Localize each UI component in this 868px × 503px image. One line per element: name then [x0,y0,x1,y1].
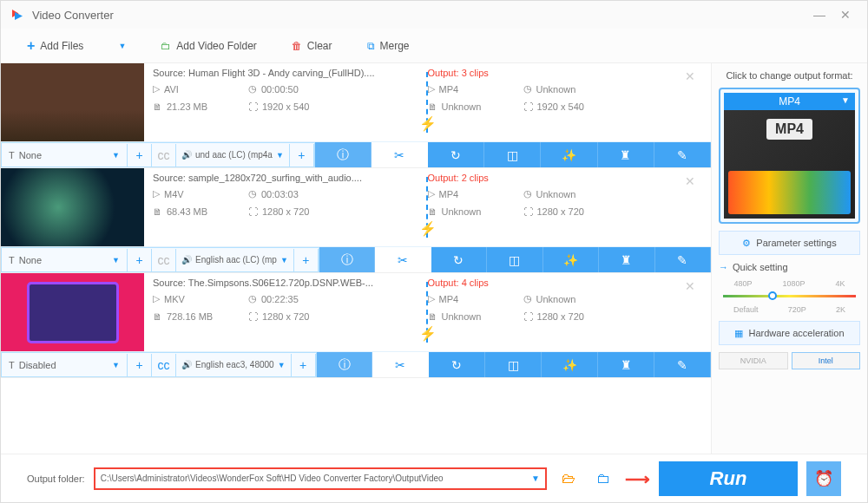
add-files-dropdown-icon[interactable]: ▼ [118,42,126,50]
crop-button[interactable]: ◫ [485,352,542,377]
clear-button[interactable]: 🗑Clear [292,40,332,52]
dimensions-icon: ⛶ [248,101,258,112]
subtitle-select[interactable]: TDisabled▼ [2,354,128,376]
effects-button[interactable]: ✨ [542,352,598,377]
sidebar-title: Click to change output format: [719,70,860,81]
item-toolbar: TNone▼ + cc 🔊English aac (LC) (mp▼ + ⓘ ✂… [1,246,711,272]
source-filename: Source: sample_1280x720_surfing_with_aud… [153,173,428,183]
remove-item-button[interactable]: ✕ [685,69,695,83]
rotate-button[interactable]: ↻ [428,142,484,167]
slider-bottom-labels: Default720P2K [719,305,860,314]
app-title: Video Converter [32,9,806,22]
add-audio-button[interactable]: + [292,354,316,376]
video-thumbnail[interactable] [1,168,144,246]
clock-icon: ⏰ [814,469,833,488]
plus-icon: + [135,148,142,162]
clock-icon: ◷ [523,83,532,95]
watermark-button[interactable]: ♜ [599,247,654,272]
edit-button[interactable]: ✎ [655,247,711,272]
output-format-selector[interactable]: MP4▼ MP4 [719,88,860,224]
video-thumbnail[interactable] [1,63,144,141]
source-filename: Source: Human Flight 3D - Andy carving_(… [153,68,428,78]
hardware-accel-button[interactable]: ▦Hardware acceleration [719,321,860,345]
quality-slider[interactable]: 480P1080P4K Default720P2K [719,279,860,314]
hw-vendor-row: NVIDIA Intel [719,352,860,369]
info-button[interactable]: ⓘ [319,247,375,272]
effects-button[interactable]: ✨ [543,247,599,272]
add-folder-button[interactable]: 🗀Add Video Folder [161,40,257,52]
open-folder-button[interactable]: 🗀 [590,467,616,490]
run-button[interactable]: Run [659,461,798,496]
chevron-down-icon: ▼ [112,361,120,369]
remove-item-button[interactable]: ✕ [685,174,695,188]
edit-button[interactable]: ✎ [654,352,711,377]
audio-track-select[interactable]: 🔊English eac3, 48000▼ [176,354,292,376]
info-button[interactable]: ⓘ [315,142,372,167]
plus-icon: + [302,253,309,267]
rotate-button[interactable]: ↻ [429,352,485,377]
source-format: ▷AVI [153,83,248,95]
output-resolution: ⛶1280 x 720 [523,311,619,322]
folder-open-icon: 🗁 [562,471,575,487]
audio-track-select[interactable]: 🔊English aac (LC) (mp▼ [176,249,294,271]
sidebar: Click to change output format: MP4▼ MP4 … [711,63,867,454]
remove-item-button[interactable]: ✕ [685,279,695,293]
nvidia-chip[interactable]: NVIDIA [719,352,788,369]
output-folder-path[interactable]: C:\Users\Administrator\Videos\WonderFox … [94,467,547,490]
video-thumbnail[interactable] [1,273,144,351]
cc-button[interactable]: cc [152,144,176,167]
scissors-icon: ✂ [398,253,408,267]
add-subtitle-button[interactable]: + [128,249,152,271]
cut-button[interactable]: ✂ [372,142,428,167]
watermark-button[interactable]: ♜ [598,352,654,377]
file-icon: 🗎 [153,101,162,112]
merge-button[interactable]: ⧉Merge [367,40,410,52]
speaker-icon: 🔊 [181,150,192,160]
parameter-settings-button[interactable]: ⚙Parameter settings [719,231,860,255]
add-subtitle-button[interactable]: + [128,144,152,167]
close-button[interactable]: ✕ [832,6,858,23]
add-audio-button[interactable]: + [290,144,314,167]
audio-track-select[interactable]: 🔊und aac (LC) (mp4a▼ [176,144,290,167]
watermark-button[interactable]: ♜ [598,142,654,167]
main-toolbar: +Add Files ▼ 🗀Add Video Folder 🗑Clear ⧉M… [1,29,867,63]
chevron-down-icon: ▼ [276,151,284,160]
info-button[interactable]: ⓘ [317,352,373,377]
plus-icon: + [299,358,306,372]
add-subtitle-button[interactable]: + [128,354,152,376]
cut-button[interactable]: ✂ [372,352,429,377]
file-list: Source: Human Flight 3D - Andy carving_(… [1,63,711,454]
source-resolution: ⛶1920 x 540 [248,101,344,112]
dimensions-icon: ⛶ [523,206,533,217]
subtitle-select[interactable]: TNone▼ [2,249,128,271]
video-item: Source: Human Flight 3D - Andy carving_(… [1,63,711,168]
titlebar: Video Converter — ✕ [1,1,867,29]
slider-handle[interactable] [768,291,777,300]
output-size: 🗎Unknown [428,311,523,322]
intel-chip[interactable]: Intel [792,352,861,369]
crop-button[interactable]: ◫ [484,142,541,167]
app-window: Video Converter — ✕ +Add Files ▼ 🗀Add Vi… [0,0,868,503]
subtitle-select[interactable]: TNone▼ [2,144,128,167]
cc-button[interactable]: cc [152,354,176,376]
cc-button[interactable]: cc [152,249,176,271]
add-audio-button[interactable]: + [294,249,319,271]
cut-button[interactable]: ✂ [375,247,431,272]
schedule-button[interactable]: ⏰ [806,461,841,496]
trash-icon: 🗑 [292,40,302,52]
rotate-button[interactable]: ↻ [431,247,487,272]
edit-button[interactable]: ✎ [654,142,711,167]
source-resolution: ⛶1280 x 720 [248,206,344,217]
output-resolution: ⛶1280 x 720 [523,206,619,217]
dimensions-icon: ⛶ [523,311,533,322]
plus-icon: + [135,253,142,267]
info-icon: ⓘ [341,252,353,268]
browse-folder-button[interactable]: 🗁 [556,467,582,490]
effects-button[interactable]: ✨ [541,142,597,167]
crop-icon: ◫ [508,358,519,372]
crop-button[interactable]: ◫ [487,247,542,272]
output-size: 🗎Unknown [428,101,523,112]
minimize-button[interactable]: — [806,6,832,23]
add-files-button[interactable]: +Add Files [27,38,83,54]
source-filename: Source: The.Simpsons.S06E12.720p.DSNP.WE… [153,278,428,288]
